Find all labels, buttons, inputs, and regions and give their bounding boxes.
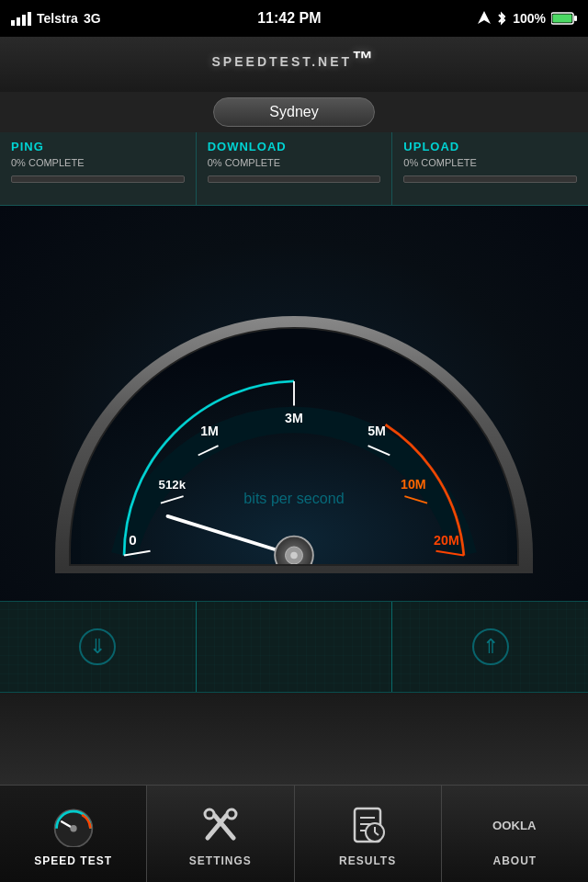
tab-about[interactable]: OOKLA ABOUT: [442, 786, 588, 882]
network-label: 3G: [84, 11, 101, 26]
tab-settings[interactable]: SETTINGS: [147, 786, 294, 882]
battery-percent: 100%: [513, 11, 546, 26]
carrier-label: Telstra: [37, 11, 78, 26]
svg-text:1M: 1M: [200, 424, 219, 438]
svg-point-34: [227, 809, 236, 819]
gauge-outer-ring: 0 512k 1M 3M 5M 10M 20M: [55, 316, 533, 573]
server-location[interactable]: Sydney: [213, 97, 374, 127]
svg-marker-4: [478, 11, 491, 24]
gauge-inner: 0 512k 1M 3M 5M 10M 20M: [69, 327, 519, 566]
svg-rect-3: [28, 12, 31, 26]
speedometer-icon: [51, 803, 96, 847]
svg-point-27: [290, 552, 298, 560]
svg-rect-6: [574, 16, 577, 21]
svg-rect-7: [553, 15, 572, 23]
download-action: ⇓: [0, 602, 197, 692]
tab-speed-test-label: SPEED TEST: [34, 854, 112, 867]
ping-complete: 0% COMPLETE: [11, 157, 185, 168]
tab-about-label: ABOUT: [493, 854, 537, 867]
download-progress-bar: [208, 175, 381, 183]
app-header: SPEEDTEST.NET™: [0, 37, 588, 92]
results-icon: [347, 805, 388, 845]
upload-stat: UPLOAD 0% COMPLETE: [392, 132, 588, 205]
svg-text:0: 0: [129, 532, 136, 548]
results-icon-wrap: [344, 801, 391, 849]
download-label: DOWNLOAD: [208, 140, 381, 153]
status-right: 100%: [478, 11, 577, 26]
gauge-svg: 0 512k 1M 3M 5M 10M 20M: [71, 329, 517, 564]
svg-rect-0: [11, 20, 15, 26]
tab-bar: SPEED TEST SETTINGS: [0, 785, 588, 882]
svg-text:3M: 3M: [285, 411, 303, 425]
upload-icon: ⇑: [472, 628, 509, 665]
tab-settings-label: SETTINGS: [189, 854, 252, 867]
status-time: 11:42 PM: [257, 10, 321, 27]
ping-progress-bar: [11, 175, 185, 183]
svg-text:20M: 20M: [434, 533, 459, 548]
tab-speed-test[interactable]: SPEED TEST: [0, 786, 147, 882]
ping-label: PING: [11, 140, 185, 153]
svg-text:512k: 512k: [159, 478, 187, 492]
svg-text:bits per second: bits per second: [243, 490, 344, 506]
tab-results-label: RESULTS: [339, 854, 396, 867]
status-left: Telstra 3G: [11, 11, 101, 26]
download-icon: ⇓: [79, 628, 116, 665]
gauge-area: 0 512k 1M 3M 5M 10M 20M: [0, 206, 588, 601]
svg-rect-1: [17, 17, 20, 26]
bluetooth-icon: [496, 11, 507, 26]
location-icon: [478, 11, 491, 26]
svg-point-30: [70, 825, 76, 831]
battery-icon: [551, 11, 577, 26]
server-bar[interactable]: Sydney: [0, 92, 588, 132]
app-title: SPEEDTEST.NET™: [212, 47, 377, 82]
upload-label: UPLOAD: [403, 140, 577, 153]
upload-complete: 0% COMPLETE: [403, 157, 577, 168]
download-complete: 0% COMPLETE: [208, 157, 381, 168]
center-action: [197, 602, 393, 692]
stats-row: PING 0% COMPLETE DOWNLOAD 0% COMPLETE UP…: [0, 132, 588, 206]
ookla-logo: OOKLA: [492, 812, 537, 838]
settings-icon: [200, 805, 241, 845]
svg-point-33: [205, 809, 214, 819]
svg-text:10M: 10M: [401, 477, 426, 492]
grey-spacer: [0, 693, 588, 785]
upload-progress-bar: [403, 175, 577, 183]
about-icon-wrap: OOKLA: [491, 801, 538, 849]
tab-results[interactable]: RESULTS: [295, 786, 442, 882]
svg-text:5M: 5M: [368, 424, 386, 438]
svg-rect-2: [22, 15, 26, 26]
status-bar: Telstra 3G 11:42 PM 100%: [0, 0, 588, 37]
upload-action: ⇑: [392, 602, 588, 692]
svg-text:OOKLA: OOKLA: [492, 818, 537, 831]
signal-icon: [11, 11, 31, 26]
download-stat: DOWNLOAD 0% COMPLETE: [197, 132, 393, 205]
settings-icon-wrap: [197, 801, 244, 849]
ping-stat: PING 0% COMPLETE: [0, 132, 197, 205]
speed-test-icon-wrap: [50, 801, 97, 849]
action-area: ⇓ ⇑: [0, 601, 588, 693]
